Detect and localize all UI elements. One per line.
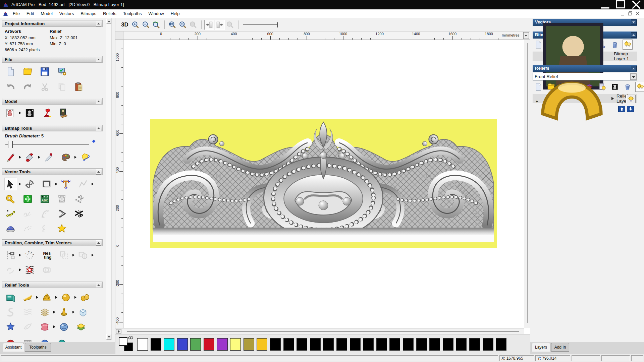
expand-relief-layer-icon[interactable]	[611, 97, 614, 100]
palette-swatch[interactable]	[496, 338, 506, 351]
menu-help[interactable]: Help	[167, 9, 183, 18]
palette-swatch[interactable]	[389, 338, 400, 351]
palette-swatch[interactable]	[217, 338, 228, 351]
paint-brush-icon[interactable]	[4, 151, 17, 164]
flyout-arrow-icon[interactable]	[19, 112, 21, 114]
flyout-arrow-icon[interactable]	[19, 156, 21, 159]
palette-swatch[interactable]	[230, 338, 241, 351]
flyout-arrow-icon[interactable]	[19, 254, 21, 256]
polyline-icon[interactable]	[76, 178, 89, 190]
align-icon[interactable]	[4, 249, 17, 261]
add-cross-icon[interactable]	[21, 192, 34, 205]
mirror-curve-icon[interactable]	[38, 222, 51, 235]
collapse-button[interactable]	[96, 169, 101, 175]
transform-icon[interactable]	[23, 178, 36, 190]
fold-icon[interactable]	[21, 320, 34, 333]
palette-swatch[interactable]	[137, 338, 148, 351]
star-icon[interactable]	[55, 222, 68, 235]
select-icon[interactable]	[4, 178, 17, 190]
relief-pair-icon[interactable]	[78, 291, 91, 304]
palette-swatch[interactable]	[177, 338, 188, 351]
horizontal-scrollbar[interactable]	[115, 328, 524, 334]
pan-out-button[interactable]	[215, 20, 225, 30]
palette-swatch[interactable]	[323, 338, 334, 351]
flyout-arrow-icon[interactable]	[74, 296, 76, 299]
flyout-arrow-icon[interactable]	[19, 183, 21, 185]
collapse-button[interactable]	[96, 126, 101, 131]
collapse-button[interactable]	[96, 99, 101, 104]
model-sketch-icon[interactable]	[4, 107, 17, 119]
expand-vectors-button[interactable]	[631, 19, 637, 25]
flyout-arrow-icon[interactable]	[38, 156, 40, 159]
brush-slider-track[interactable]	[5, 144, 89, 145]
palette-swatch[interactable]	[456, 338, 467, 351]
options-icon[interactable]	[55, 65, 68, 78]
bulbs-icon[interactable]	[623, 40, 633, 50]
maximize-button[interactable]	[613, 0, 629, 9]
palette-swatch[interactable]	[257, 338, 267, 351]
zoom-out-button[interactable]	[141, 20, 151, 30]
brush-slider-handle[interactable]	[8, 141, 13, 148]
clip-teal-icon[interactable]	[55, 335, 68, 342]
palette-swatch[interactable]	[164, 338, 174, 351]
palette-swatch[interactable]	[283, 338, 294, 351]
flyout-arrow-icon[interactable]	[55, 183, 57, 185]
nesting-icon[interactable]: Nesting	[40, 249, 53, 261]
vertical-scrollbar[interactable]	[524, 40, 530, 328]
lamp-icon[interactable]	[40, 107, 53, 119]
3d-view-button[interactable]: 3D	[119, 20, 130, 30]
relief-layer-row[interactable]: + Relief Layer 1	[533, 94, 637, 103]
palette-swatch[interactable]	[336, 338, 347, 351]
trash-icon[interactable]	[623, 82, 633, 92]
flyout-arrow-icon[interactable]	[53, 311, 55, 313]
group-icon[interactable]	[57, 249, 70, 261]
flyout-arrow-icon[interactable]	[92, 254, 94, 256]
measure-icon[interactable]	[4, 192, 17, 205]
tab-layers[interactable]: Layers	[532, 343, 550, 352]
menu-window[interactable]: Window	[145, 9, 167, 18]
clip-red-icon[interactable]	[4, 335, 17, 342]
new-page-icon[interactable]	[4, 65, 17, 78]
distort-icon[interactable]	[38, 320, 51, 333]
curve-join-icon[interactable]	[21, 222, 34, 235]
palette-swatch[interactable]	[443, 338, 453, 351]
trash-icon[interactable]	[610, 40, 620, 50]
weld-icon[interactable]	[76, 249, 89, 261]
collapse-button[interactable]	[96, 240, 101, 246]
tab-assistant[interactable]: Assistant	[3, 343, 24, 352]
palette-swatch[interactable]	[244, 338, 254, 351]
zoom-slider[interactable]	[243, 20, 280, 29]
freehand-icon[interactable]	[21, 207, 34, 220]
menu-model[interactable]: Model	[37, 9, 56, 18]
weave-icon[interactable]	[21, 306, 34, 318]
palette-swatch[interactable]	[429, 338, 440, 351]
smooth-s-icon[interactable]	[4, 306, 17, 318]
primary-colour[interactable]	[119, 337, 127, 346]
palette-swatch[interactable]	[204, 338, 214, 351]
scroll-down-button[interactable]	[106, 334, 111, 340]
tab-add-in[interactable]: Add In	[551, 343, 569, 352]
clip-blue-icon[interactable]	[38, 335, 51, 342]
zoom-in-button[interactable]	[130, 20, 141, 30]
flyout-arrow-icon[interactable]	[92, 183, 94, 185]
palette-swatch[interactable]	[416, 338, 427, 351]
palette-icon[interactable]	[59, 151, 72, 164]
offset-stack-icon[interactable]	[38, 306, 51, 318]
palette-swatch[interactable]	[190, 338, 201, 351]
star-blue-icon[interactable]	[4, 320, 17, 333]
relief-book-icon[interactable]	[4, 291, 17, 304]
text-icon[interactable]	[59, 178, 72, 190]
chevron-icon[interactable]	[55, 207, 68, 220]
zoom-blue-button[interactable]	[225, 20, 235, 30]
assistant-scrollbar[interactable]	[106, 18, 112, 340]
add-relief-layer-glyph[interactable]: +	[536, 99, 538, 104]
zoom-rect-button[interactable]	[167, 20, 177, 30]
menu-bitmaps[interactable]: Bitmaps	[77, 9, 100, 18]
snap-dots-icon[interactable]	[72, 192, 85, 205]
flyout-arrow-icon[interactable]	[36, 296, 38, 299]
menu-toolpaths[interactable]: Toolpaths	[120, 9, 145, 18]
frame-bear-icon[interactable]	[610, 82, 620, 92]
open-folder-icon[interactable]	[21, 65, 34, 78]
text-abc-icon[interactable]: ABC	[38, 192, 51, 205]
palette-swatch[interactable]	[483, 338, 493, 351]
